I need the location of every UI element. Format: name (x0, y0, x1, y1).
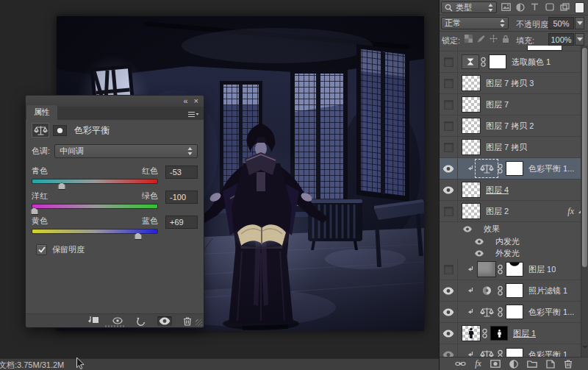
visibility-toggle[interactable] (440, 137, 458, 157)
layer-style-icon[interactable]: fx (475, 358, 481, 369)
opacity-value[interactable]: 50% (548, 17, 574, 29)
fx-badge[interactable]: fx (567, 206, 574, 217)
blend-mode-select[interactable]: 正常 (441, 17, 509, 29)
checker-thumbnail[interactable] (462, 182, 481, 198)
visibility-toggle[interactable] (463, 226, 473, 232)
layer-mask-thumbnail[interactable] (506, 161, 523, 176)
layer-row[interactable]: 外发光 (440, 247, 588, 259)
layer-filter-toggle[interactable] (575, 2, 584, 13)
checker-thumbnail[interactable] (462, 139, 481, 155)
panel-resize-grip[interactable] (105, 325, 124, 327)
delete-adjustment-icon[interactable] (182, 316, 193, 327)
mask-link-icon[interactable] (497, 264, 503, 275)
visibility-toggle[interactable] (440, 280, 458, 301)
balance-thumbnail[interactable] (477, 305, 496, 319)
lock-image-pixels-icon[interactable] (477, 35, 485, 43)
visibility-toggle[interactable] (440, 323, 458, 344)
visibility-toggle[interactable] (440, 179, 458, 200)
checkerfig-thumbnail[interactable] (462, 325, 481, 341)
link-layers-icon[interactable] (455, 360, 466, 367)
slider-track[interactable] (32, 204, 158, 209)
reset-icon[interactable] (135, 316, 148, 327)
mask-thumbnail-icon[interactable] (53, 125, 67, 136)
layer-mask-thumbnail[interactable] (490, 326, 508, 341)
filter-pixel-layers-icon[interactable] (501, 3, 511, 11)
layer-mask-thumbnail[interactable] (506, 283, 523, 298)
slider-handle[interactable] (57, 182, 65, 190)
selective-thumbnail[interactable] (462, 54, 479, 69)
new-layer-icon[interactable] (546, 360, 555, 369)
filter-type-layers-icon[interactable] (531, 3, 539, 11)
slider-value-input[interactable]: -100 (165, 191, 198, 204)
layer-row[interactable] (440, 46, 588, 51)
visibility-icon[interactable] (157, 316, 172, 326)
checker-thumbnail[interactable] (462, 203, 481, 219)
mask-link-icon[interactable] (497, 285, 503, 296)
delete-layer-icon[interactable] (564, 359, 573, 369)
mask-link-icon[interactable] (480, 57, 487, 68)
visibility-toggle[interactable] (440, 201, 458, 221)
slider-value-input[interactable]: +69 (165, 216, 198, 229)
layer-row[interactable]: 选取颜色 1 (440, 51, 588, 73)
slider-track[interactable] (32, 179, 158, 184)
layer-row[interactable]: 图层 4 (440, 179, 588, 201)
layer-row[interactable]: 图层 10 (440, 259, 588, 280)
lock-all-icon[interactable] (502, 35, 509, 43)
fill-value[interactable]: 100% (548, 33, 574, 46)
layer-row[interactable]: 图层 7 (440, 94, 588, 115)
visibility-toggle[interactable] (440, 259, 458, 280)
balance-thumbnail[interactable] (477, 161, 496, 176)
layer-row[interactable]: 图层 2fx (440, 201, 588, 222)
layer-row[interactable]: 图层 7 拷贝 3 (440, 73, 588, 94)
scrollbar-thumb[interactable] (582, 48, 587, 267)
visibility-toggle[interactable] (440, 344, 458, 357)
add-layer-mask-icon[interactable] (490, 360, 501, 368)
layer-row[interactable]: 内发光 (440, 235, 588, 247)
layer-row[interactable]: 色彩平衡 1 (440, 344, 588, 357)
fill-dropdown-icon[interactable] (575, 33, 584, 46)
clip-adjustment-icon[interactable] (86, 315, 101, 327)
mask-link-icon[interactable] (497, 307, 503, 318)
visibility-toggle[interactable] (440, 115, 458, 136)
panel-menu-icon[interactable] (188, 111, 199, 118)
visibility-toggle[interactable] (440, 302, 458, 322)
mask-link-icon[interactable] (481, 328, 488, 339)
layer-row[interactable]: 色彩平衡 1... (440, 302, 588, 323)
gray-thumbnail[interactable] (477, 261, 496, 277)
filter-shape-layers-icon[interactable] (545, 3, 554, 11)
close-panel-icon[interactable]: × (194, 97, 198, 105)
scroll-down-icon[interactable] (582, 346, 588, 352)
layer-row[interactable]: 效果 (440, 222, 588, 235)
preserve-luminosity-checkbox[interactable] (36, 244, 47, 255)
slider-handle[interactable] (30, 207, 38, 215)
visibility-toggle[interactable] (475, 238, 484, 245)
layer-mask-thumbnail[interactable] (506, 262, 523, 277)
new-adjustment-layer-icon[interactable] (509, 360, 518, 369)
layer-row[interactable]: 图层 7 拷贝 (440, 137, 588, 158)
visibility-toggle[interactable] (440, 94, 458, 115)
balance-thumbnail[interactable] (477, 348, 496, 358)
visibility-toggle[interactable] (440, 51, 458, 72)
mask-link-icon[interactable] (497, 163, 503, 174)
visibility-toggle[interactable] (475, 250, 484, 257)
filter-smart-objects-icon[interactable] (560, 3, 570, 11)
checker-thumbnail[interactable] (462, 118, 481, 134)
layer-mask-thumbnail[interactable] (506, 348, 523, 358)
photofilter-thumbnail[interactable] (477, 283, 496, 298)
checker-thumbnail[interactable] (462, 96, 481, 113)
layer-filter-kind-select[interactable]: 类型 (441, 1, 497, 13)
panel-resize-corner[interactable] (196, 319, 202, 326)
slider-handle[interactable] (134, 232, 142, 240)
visibility-toggle[interactable] (440, 158, 458, 179)
opacity-dropdown-icon[interactable] (575, 17, 584, 29)
collapse-panel-icon[interactable]: « (183, 97, 187, 105)
checker-thumbnail[interactable] (462, 75, 481, 91)
slider-value-input[interactable]: -53 (165, 166, 198, 179)
layer-row[interactable]: 照片滤镜 1 (440, 280, 588, 302)
tone-select[interactable]: 中间调 (54, 144, 198, 158)
visibility-toggle[interactable] (440, 46, 458, 51)
slider-track[interactable] (32, 229, 158, 234)
layer-mask-thumbnail[interactable] (489, 54, 506, 69)
filter-adjustment-layers-icon[interactable] (516, 3, 525, 12)
visibility-toggle[interactable] (440, 73, 458, 93)
